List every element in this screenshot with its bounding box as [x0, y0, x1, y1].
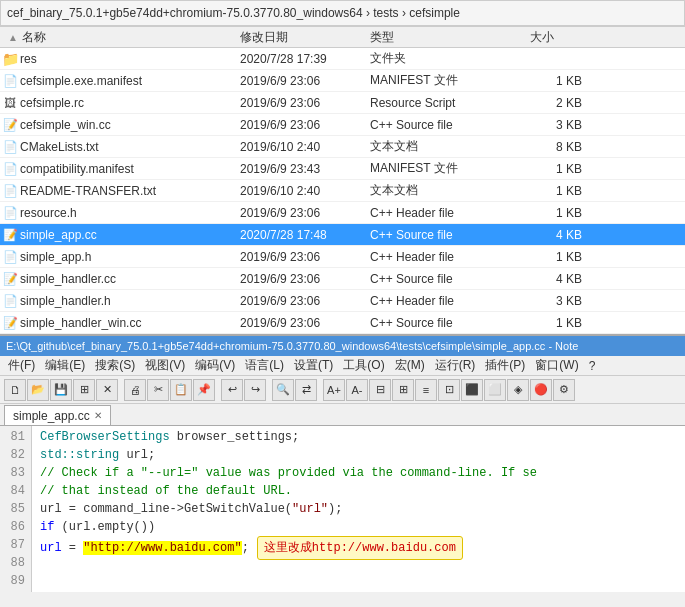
file-type: C++ Header file [370, 294, 530, 308]
file-type: C++ Source file [370, 272, 530, 286]
file-row[interactable]: 🖼 cefsimple.rc 2019/6/9 23:06 Resource S… [0, 92, 685, 114]
file-icon: 📝 [0, 227, 20, 242]
file-icon: 📄 [0, 183, 20, 198]
tool-zoom-out[interactable]: A- [346, 379, 368, 401]
tool-zoom-in[interactable]: A+ [323, 379, 345, 401]
file-row[interactable]: 📄 README-TRANSFER.txt 2019/6/10 2:40 文本文… [0, 180, 685, 202]
file-date: 2019/6/9 23:06 [240, 96, 370, 110]
col-date-header: 修改日期 [240, 29, 370, 46]
file-type: 文本文档 [370, 182, 530, 199]
file-row[interactable]: 📝 simple_app.cc 2020/7/28 17:48 C++ Sour… [0, 224, 685, 246]
file-row[interactable]: 📝 simple_handler_win.cc 2019/6/9 23:06 C… [0, 312, 685, 334]
tool-b3[interactable]: ≡ [415, 379, 437, 401]
np-menu-item[interactable]: 运行(R) [431, 357, 480, 374]
tool-replace[interactable]: ⇄ [295, 379, 317, 401]
tool-paste[interactable]: 📌 [193, 379, 215, 401]
np-menu-item[interactable]: 编辑(E) [41, 357, 89, 374]
tool-saveall[interactable]: ⊞ [73, 379, 95, 401]
np-title-text: E:\Qt_github\cef_binary_75.0.1+gb5e74dd+… [6, 340, 578, 352]
tool-b4[interactable]: ⊡ [438, 379, 460, 401]
type: std::string [40, 448, 119, 462]
np-menu-item[interactable]: 视图(V) [141, 357, 189, 374]
np-menu-item[interactable]: 设置(T) [290, 357, 337, 374]
file-row[interactable]: 📄 cefsimple.exe.manifest 2019/6/9 23:06 … [0, 70, 685, 92]
breadcrumb[interactable]: cef_binary_75.0.1+gb5e74dd+chromium-75.0… [0, 0, 685, 26]
tool-print[interactable]: 🖨 [124, 379, 146, 401]
tool-b8[interactable]: 🔴 [530, 379, 552, 401]
np-tab-simple-app[interactable]: simple_app.cc ✕ [4, 405, 111, 425]
file-row[interactable]: 📝 cefsimple_win.cc 2019/6/9 23:06 C++ So… [0, 114, 685, 136]
tool-b7[interactable]: ◈ [507, 379, 529, 401]
tool-b6[interactable]: ⬜ [484, 379, 506, 401]
code-line: CefBrowserSettings browser_settings; [40, 428, 677, 446]
file-size: 1 KB [530, 206, 590, 220]
np-menu-item[interactable]: 语言(L) [241, 357, 288, 374]
string-value: "http://www.baidu.com" [83, 541, 241, 555]
file-date: 2019/6/9 23:06 [240, 206, 370, 220]
file-row[interactable]: 📄 CMakeLists.txt 2019/6/10 2:40 文本文档 8 K… [0, 136, 685, 158]
keyword: url [40, 541, 62, 555]
file-name: resource.h [20, 206, 240, 220]
file-name: cefsimple.rc [20, 96, 240, 110]
np-menu-item[interactable]: 工具(O) [339, 357, 388, 374]
tool-find[interactable]: 🔍 [272, 379, 294, 401]
file-date: 2019/6/9 23:06 [240, 294, 370, 308]
tool-close[interactable]: ✕ [96, 379, 118, 401]
np-menu-item[interactable]: 搜索(S) [91, 357, 139, 374]
tool-open[interactable]: 📂 [27, 379, 49, 401]
code-content: CefBrowserSettings browser_settings; std… [32, 426, 685, 592]
file-row[interactable]: 📝 simple_handler.cc 2019/6/9 23:06 C++ S… [0, 268, 685, 290]
file-size: 3 KB [530, 294, 590, 308]
file-icon: 📝 [0, 271, 20, 286]
np-menu-item[interactable]: 件(F) [4, 357, 39, 374]
file-name: CMakeLists.txt [20, 140, 240, 154]
file-icon: 📁 [0, 51, 20, 67]
file-date: 2019/6/9 23:06 [240, 272, 370, 286]
tool-cut[interactable]: ✂ [147, 379, 169, 401]
np-menu-item[interactable]: 插件(P) [481, 357, 529, 374]
tool-b9[interactable]: ⚙ [553, 379, 575, 401]
file-icon: 📄 [0, 139, 20, 154]
column-headers: ▲ 名称 修改日期 类型 大小 [0, 26, 685, 48]
np-title-bar: E:\Qt_github\cef_binary_75.0.1+gb5e74dd+… [0, 336, 685, 356]
annotation-bubble: 这里改成http://www.baidu.com [257, 536, 463, 560]
code-line: // Check if a "--url=" value was provide… [40, 464, 677, 482]
tool-copy[interactable]: 📋 [170, 379, 192, 401]
file-name: compatibility.manifest [20, 162, 240, 176]
file-date: 2019/6/10 2:40 [240, 140, 370, 154]
np-menu-item[interactable]: 窗口(W) [531, 357, 582, 374]
file-type: 文件夹 [370, 50, 530, 67]
file-icon: 📄 [0, 293, 20, 308]
file-row[interactable]: 📄 simple_app.h 2019/6/9 23:06 C++ Header… [0, 246, 685, 268]
type: CefBrowserSettings [40, 430, 170, 444]
np-menu-item[interactable]: ? [585, 359, 600, 373]
tool-redo[interactable]: ↪ [244, 379, 266, 401]
file-name: simple_handler_win.cc [20, 316, 240, 330]
np-menu-item[interactable]: 宏(M) [391, 357, 429, 374]
tool-b2[interactable]: ⊞ [392, 379, 414, 401]
tool-new[interactable]: 🗋 [4, 379, 26, 401]
col-type-header: 类型 [370, 29, 530, 46]
file-row[interactable]: 📁 res 2020/7/28 17:39 文件夹 [0, 48, 685, 70]
file-row[interactable]: 📄 resource.h 2019/6/9 23:06 C++ Header f… [0, 202, 685, 224]
np-tab-label: simple_app.cc [13, 409, 90, 423]
file-icon: 📄 [0, 205, 20, 220]
file-date: 2019/6/9 23:06 [240, 118, 370, 132]
file-explorer: cef_binary_75.0.1+gb5e74dd+chromium-75.0… [0, 0, 685, 334]
col-size-header: 大小 [530, 29, 590, 46]
file-name: res [20, 52, 240, 66]
tool-save[interactable]: 💾 [50, 379, 72, 401]
comment: // Check if a "--url=" value was provide… [40, 466, 537, 480]
notepad-section: E:\Qt_github\cef_binary_75.0.1+gb5e74dd+… [0, 334, 685, 592]
tool-undo[interactable]: ↩ [221, 379, 243, 401]
file-date: 2019/6/9 23:06 [240, 316, 370, 330]
np-tab-close[interactable]: ✕ [94, 410, 102, 421]
file-size: 8 KB [530, 140, 590, 154]
file-row[interactable]: 📄 compatibility.manifest 2019/6/9 23:43 … [0, 158, 685, 180]
file-row[interactable]: 📄 simple_handler.h 2019/6/9 23:06 C++ He… [0, 290, 685, 312]
file-size: 1 KB [530, 74, 590, 88]
tool-b5[interactable]: ⬛ [461, 379, 483, 401]
tool-b1[interactable]: ⊟ [369, 379, 391, 401]
np-menu-item[interactable]: 编码(V) [191, 357, 239, 374]
file-size: 2 KB [530, 96, 590, 110]
